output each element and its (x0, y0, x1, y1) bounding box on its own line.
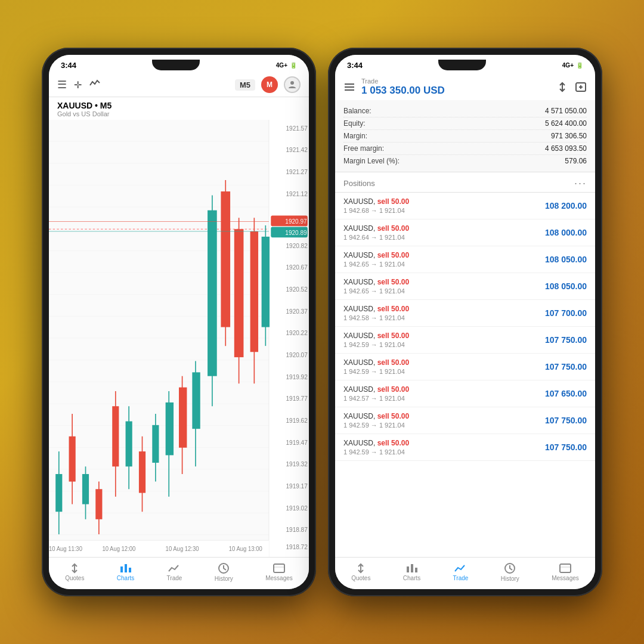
position-item-8[interactable]: XAUUSD, sell 50.00 1 942.59 → 1 921.04 1… (335, 407, 595, 434)
nav-trade-label-left: Trade (167, 575, 182, 581)
position-sell-5: sell 50.00 (377, 332, 409, 340)
position-value-9: 107 750.00 (545, 442, 587, 452)
position-item-9[interactable]: XAUUSD, sell 50.00 1 942.59 → 1 921.04 1… (335, 434, 595, 461)
svg-text:1921.12: 1921.12 (286, 190, 307, 197)
position-item-0[interactable]: XAUUSD, sell 50.00 1 942.68 → 1 921.04 1… (335, 193, 595, 219)
indicator-icon[interactable] (89, 79, 101, 90)
position-value-7: 107 650.00 (545, 389, 587, 398)
svg-rect-39 (112, 406, 119, 466)
nav-messages-left[interactable]: Messages (265, 563, 293, 581)
positions-section: Positions ··· XAUUSD, sell 50.00 1 942.6… (335, 172, 595, 557)
svg-text:1919.17: 1919.17 (286, 482, 307, 490)
position-sell-9: sell 50.00 (377, 439, 409, 447)
crosshair-icon[interactable]: ✛ (74, 79, 82, 91)
nav-charts-right[interactable]: Charts (403, 563, 420, 581)
position-item-2[interactable]: XAUUSD, sell 50.00 1 942.65 → 1 921.04 1… (335, 246, 595, 273)
stat-free-margin: Free margin: 4 653 093.50 (343, 143, 587, 155)
position-route-4: 1 942.58 → 1 921.04 (343, 314, 409, 321)
left-phone: 3:44 4G+ 🔋 ☰ ✛ (42, 48, 316, 596)
position-name-5: XAUUSD, (343, 332, 377, 340)
trade-header: Trade 1 053 350.00 USD (335, 73, 595, 100)
equity-label: Equity: (343, 119, 366, 128)
position-left-2: XAUUSD, sell 50.00 1 942.65 → 1 921.04 (343, 251, 409, 268)
nav-history-label-left: History (215, 575, 233, 582)
menu-icon[interactable]: ☰ (57, 78, 67, 91)
trade-amount: 1 053 350.00 USD (361, 85, 445, 97)
svg-text:1918.87: 1918.87 (286, 526, 307, 534)
position-item-7[interactable]: XAUUSD, sell 50.00 1 942.57 → 1 921.04 1… (335, 380, 595, 407)
nav-quotes-right[interactable]: Quotes (351, 563, 370, 581)
account-icon[interactable] (284, 76, 301, 93)
nav-history-left[interactable]: History (215, 562, 233, 582)
position-item-5[interactable]: XAUUSD, sell 50.00 1 942.59 → 1 921.04 1… (335, 327, 595, 354)
svg-text:10 Aug 12:30: 10 Aug 12:30 (166, 545, 199, 552)
symbol-desc: Gold vs US Dollar (57, 110, 301, 117)
svg-text:1920.67: 1920.67 (286, 264, 307, 271)
network-right: 4G+ (562, 62, 574, 69)
stat-margin-level: Margin Level (%): 579.06 (343, 155, 587, 167)
network-left: 4G+ (276, 62, 287, 69)
svg-rect-55 (221, 191, 230, 327)
charts-icon-left (119, 563, 132, 574)
position-route-0: 1 942.68 → 1 921.04 (343, 207, 409, 214)
free-margin-value: 4 653 093.50 (545, 144, 587, 153)
svg-rect-31 (55, 474, 62, 512)
position-left-8: XAUUSD, sell 50.00 1 942.59 → 1 921.04 (343, 412, 409, 429)
quotes-icon-left (69, 563, 80, 574)
svg-text:1920.37: 1920.37 (286, 307, 307, 315)
position-name-9: XAUUSD, (343, 439, 377, 447)
battery-right: 🔋 (576, 62, 583, 69)
svg-rect-73 (125, 564, 127, 572)
phones-container: 3:44 4G+ 🔋 ☰ ✛ (42, 48, 602, 596)
bottom-nav-left: Quotes Charts Trade (49, 557, 309, 589)
position-item-4[interactable]: XAUUSD, sell 50.00 1 942.58 → 1 921.04 1… (335, 300, 595, 327)
position-value-2: 108 050.00 (545, 255, 587, 264)
position-item-1[interactable]: XAUUSD, sell 50.00 1 942.64 → 1 921.04 1… (335, 219, 595, 246)
nav-trade-left[interactable]: Trade (167, 563, 182, 581)
nav-history-right[interactable]: History (501, 562, 519, 582)
sort-icon[interactable] (556, 82, 569, 92)
position-left-3: XAUUSD, sell 50.00 1 942.65 → 1 921.04 (343, 278, 409, 295)
nav-charts-left[interactable]: Charts (117, 563, 134, 581)
position-symbol-7: XAUUSD, sell 50.00 (343, 385, 409, 394)
nav-charts-label-left: Charts (117, 575, 134, 581)
position-sell-8: sell 50.00 (377, 412, 409, 420)
svg-text:1918.72: 1918.72 (286, 543, 307, 551)
position-symbol-2: XAUUSD, sell 50.00 (343, 251, 409, 259)
svg-text:1919.77: 1919.77 (286, 395, 307, 402)
margin-label: Margin: (343, 132, 367, 140)
nav-messages-right[interactable]: Messages (552, 563, 579, 581)
position-item-6[interactable]: XAUUSD, sell 50.00 1 942.59 → 1 921.04 1… (335, 354, 595, 380)
svg-rect-57 (234, 229, 244, 357)
position-item-3[interactable]: XAUUSD, sell 50.00 1 942.65 → 1 921.04 1… (335, 273, 595, 300)
position-sell-0: sell 50.00 (377, 197, 409, 206)
nav-quotes-left[interactable]: Quotes (65, 563, 84, 581)
trade-menu-icon[interactable] (343, 82, 355, 92)
position-name-3: XAUUSD, (343, 278, 377, 286)
position-route-9: 1 942.59 → 1 921.04 (343, 448, 409, 456)
svg-text:10 Aug 13:00: 10 Aug 13:00 (229, 545, 262, 552)
svg-text:1921.42: 1921.42 (286, 146, 307, 154)
svg-text:10 Aug 11:30: 10 Aug 11:30 (49, 545, 82, 552)
market-icon[interactable]: M (261, 76, 278, 93)
svg-rect-59 (250, 231, 258, 352)
position-route-2: 1 942.65 → 1 921.04 (343, 261, 409, 268)
svg-rect-90 (415, 568, 417, 572)
nav-trade-right[interactable]: Trade (453, 563, 469, 581)
svg-rect-45 (152, 425, 159, 463)
position-symbol-6: XAUUSD, sell 50.00 (343, 358, 409, 367)
positions-menu-icon[interactable]: ··· (574, 177, 587, 190)
svg-rect-72 (120, 566, 123, 572)
toolbar-left: ☰ ✛ (57, 78, 101, 91)
position-left-6: XAUUSD, sell 50.00 1 942.59 → 1 921.04 (343, 358, 409, 375)
nav-charts-label-right: Charts (403, 575, 420, 581)
balance-label: Balance: (343, 107, 371, 115)
position-name-7: XAUUSD, (343, 385, 377, 394)
timeframe-badge[interactable]: M5 (235, 79, 255, 91)
svg-rect-89 (411, 564, 413, 572)
add-icon[interactable] (575, 82, 587, 92)
position-left-5: XAUUSD, sell 50.00 1 942.59 → 1 921.04 (343, 332, 409, 348)
candlestick-chart: 1921.57 1921.42 1921.27 1921.12 1920.97 … (49, 120, 309, 557)
svg-rect-53 (208, 210, 217, 376)
status-icons-right: 4G+ 🔋 (562, 62, 583, 69)
